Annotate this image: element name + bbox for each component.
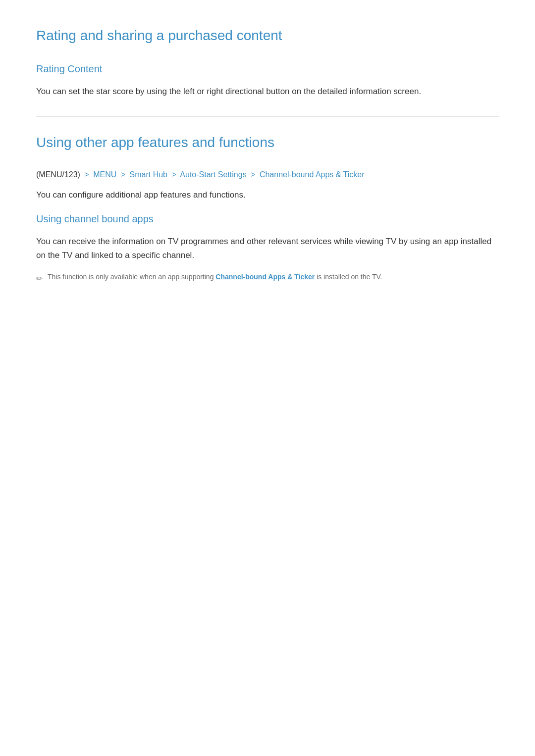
section-divider xyxy=(36,116,499,117)
breadcrumb-menu[interactable]: MENU xyxy=(93,170,116,179)
breadcrumb-sep1: > xyxy=(84,170,89,179)
breadcrumb-sep2: > xyxy=(121,170,125,179)
note-link[interactable]: Channel-bound Apps & Ticker xyxy=(215,273,315,281)
section2-subsection1-title: Using channel bound apps xyxy=(36,211,499,227)
note-text: This function is only available when an … xyxy=(48,271,382,282)
note-icon: ✏ xyxy=(36,272,43,285)
breadcrumb-smarthub[interactable]: Smart Hub xyxy=(130,170,167,179)
note-text-suffix: is installed on the TV. xyxy=(315,273,382,281)
section1-subsection1-body: You can set the star score by using the … xyxy=(36,85,499,99)
breadcrumb-prefix: (MENU/123) xyxy=(36,170,80,179)
note-text-prefix: This function is only available when an … xyxy=(48,273,215,281)
breadcrumb-sep3: > xyxy=(171,170,176,179)
breadcrumb-channelbound[interactable]: Channel-bound Apps & Ticker xyxy=(260,170,365,179)
section2-body: You can configure additional app feature… xyxy=(36,188,499,202)
section1-subsection1-title: Rating Content xyxy=(36,61,499,77)
breadcrumb: (MENU/123) > MENU > Smart Hub > Auto-Sta… xyxy=(36,168,499,181)
breadcrumb-autostart[interactable]: Auto-Start Settings xyxy=(180,170,246,179)
note-block: ✏ This function is only available when a… xyxy=(36,271,499,285)
section2-subsection1-body: You can receive the information on TV pr… xyxy=(36,235,499,262)
section2-title: Using other app features and functions xyxy=(36,132,499,154)
section1-title: Rating and sharing a purchased content xyxy=(36,25,499,47)
breadcrumb-sep4: > xyxy=(251,170,255,179)
